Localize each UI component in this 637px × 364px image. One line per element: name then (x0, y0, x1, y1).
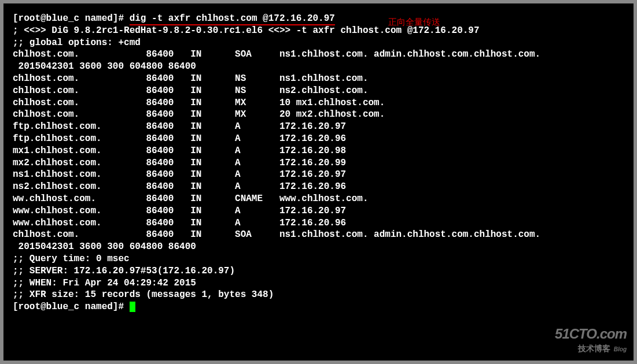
output-line: chlhost.com. 86400 IN SOA ns1.chlhost.co… (13, 229, 624, 241)
output-line: chlhost.com. 86400 IN NS ns2.chlhost.com… (13, 85, 624, 97)
output-line: ; <<>> DiG 9.8.2rc1-RedHat-9.8.2-0.30.rc… (13, 25, 624, 37)
output-line: chlhost.com. 86400 IN SOA ns1.chlhost.co… (13, 49, 624, 61)
cursor-block (130, 302, 135, 312)
output-line: mx2.chlhost.com. 86400 IN A 172.16.20.99 (13, 157, 624, 169)
output-line: chlhost.com. 86400 IN MX 10 mx1.chlhost.… (13, 97, 624, 109)
shell-prompt-2: [root@blue_c named]# (13, 302, 130, 312)
output-line: www.chlhost.com. 86400 IN A 172.16.20.96 (13, 217, 624, 229)
output-line: ww.chlhost.com. 86400 IN CNAME www.chlho… (13, 193, 624, 205)
terminal-window[interactable]: [root@blue_c named]# dig -t axfr chlhost… (3, 3, 634, 361)
output-line: ;; SERVER: 172.16.20.97#53(172.16.20.97) (13, 265, 624, 277)
output-line: ftp.chlhost.com. 86400 IN A 172.16.20.96 (13, 133, 624, 145)
output-line: ;; global options: +cmd (13, 37, 624, 49)
shell-prompt-1: [root@blue_c named]# (13, 13, 130, 24)
output-line: 2015042301 3600 300 604800 86400 (13, 241, 624, 253)
output-line: mx1.chlhost.com. 86400 IN A 172.16.20.98 (13, 145, 624, 157)
typed-command: dig -t axfr chlhost.com @172.16.20.97 (130, 13, 335, 25)
watermark-site: 51CTO.com (555, 325, 627, 343)
output-line: www.chlhost.com. 86400 IN A 172.16.20.97 (13, 205, 624, 217)
watermark-subtitle: 技术博客 (578, 344, 610, 353)
output-line: ;; XFR size: 15 records (messages 1, byt… (13, 289, 624, 301)
output-line: ftp.chlhost.com. 86400 IN A 172.16.20.97 (13, 121, 624, 133)
watermark: 51CTO.com 技术博客Blog (555, 325, 627, 355)
output-line: ;; WHEN: Fri Apr 24 04:29:42 2015 (13, 277, 624, 289)
output-line: chlhost.com. 86400 IN NS ns1.chlhost.com… (13, 73, 624, 85)
output-line: ;; Query time: 0 msec (13, 253, 624, 265)
prompt-line-1: [root@blue_c named]# dig -t axfr chlhost… (13, 13, 624, 25)
prompt-line-2[interactable]: [root@blue_c named]# (13, 301, 624, 313)
output-line: ns1.chlhost.com. 86400 IN A 172.16.20.97 (13, 169, 624, 181)
watermark-blog: Blog (614, 346, 627, 352)
output-line: chlhost.com. 86400 IN MX 20 mx2.chlhost.… (13, 109, 624, 121)
annotation-text: 正向全量传送 (388, 16, 440, 28)
output-line: ns2.chlhost.com. 86400 IN A 172.16.20.96 (13, 181, 624, 193)
output-line: 2015042301 3600 300 604800 86400 (13, 61, 624, 73)
